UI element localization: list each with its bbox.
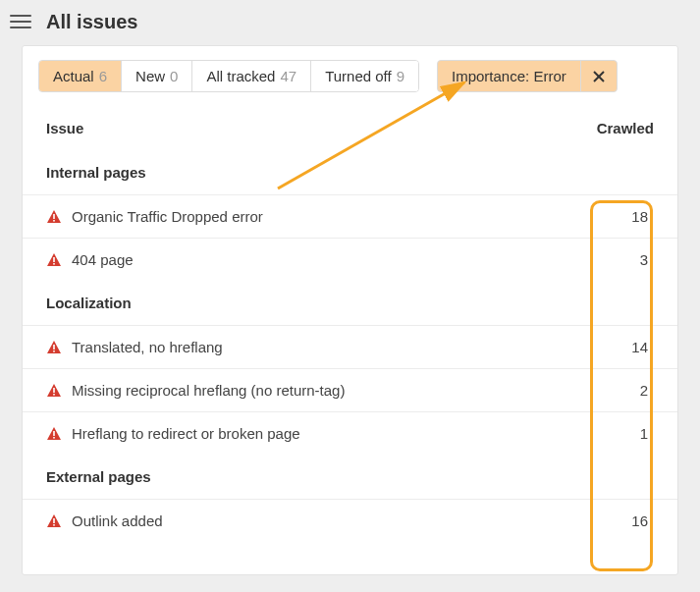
error-icon [46, 209, 62, 225]
col-crawled: Crawled [597, 120, 654, 136]
issue-row[interactable]: Outlink added 16 [23, 499, 677, 542]
issue-name: Translated, no hreflang [72, 339, 223, 355]
svg-rect-4 [53, 257, 55, 262]
tab-new[interactable]: New 0 [122, 61, 192, 91]
tab-label: New [135, 68, 165, 84]
tab-all-tracked[interactable]: All tracked 47 [192, 61, 311, 91]
error-icon [46, 383, 62, 399]
svg-rect-2 [53, 214, 55, 219]
svg-rect-7 [53, 350, 55, 352]
issue-count: 18 [619, 208, 648, 225]
page-title: All issues [46, 11, 137, 33]
group-title-external-pages: External pages [23, 455, 677, 499]
svg-rect-13 [53, 524, 55, 526]
tab-label: All tracked [206, 68, 275, 84]
tab-count: 9 [397, 68, 404, 84]
svg-rect-12 [53, 518, 55, 523]
error-icon [46, 426, 62, 442]
error-icon [46, 513, 62, 529]
filter-chip-label[interactable]: Importance: Error [438, 61, 581, 91]
tab-actual[interactable]: Actual 6 [39, 61, 122, 91]
tab-label: Actual [53, 68, 94, 84]
menu-icon[interactable] [10, 11, 31, 32]
issue-name: Outlink added [72, 512, 163, 529]
tab-count: 0 [170, 68, 178, 84]
svg-rect-8 [53, 388, 55, 393]
issue-count: 1 [619, 425, 648, 442]
column-headers: Issue Crawled [23, 106, 677, 150]
issue-name: Hreflang to redirect or broken page [72, 425, 300, 442]
filter-tabs: Actual 6 New 0 All tracked 47 Turned off… [38, 60, 419, 92]
issue-name: Organic Traffic Dropped error [72, 208, 263, 225]
error-icon [46, 252, 62, 268]
tab-label: Turned off [325, 68, 392, 84]
issue-count: 2 [619, 382, 648, 399]
issue-count: 3 [619, 251, 648, 268]
issues-panel: Actual 6 New 0 All tracked 47 Turned off… [22, 45, 678, 575]
issue-count: 14 [619, 339, 648, 355]
svg-rect-5 [53, 263, 55, 265]
issue-name: Missing reciprocal hreflang (no return-t… [72, 382, 345, 399]
tab-turned-off[interactable]: Turned off 9 [311, 61, 418, 91]
issue-row[interactable]: Missing reciprocal hreflang (no return-t… [23, 368, 677, 411]
filter-bar: Actual 6 New 0 All tracked 47 Turned off… [23, 46, 677, 106]
filter-chip-importance: Importance: Error [437, 60, 618, 92]
issue-count: 16 [619, 512, 648, 529]
issue-row[interactable]: 404 page 3 [23, 238, 677, 281]
close-icon[interactable] [581, 61, 617, 91]
svg-rect-6 [53, 345, 55, 350]
issue-row[interactable]: Organic Traffic Dropped error 18 [23, 194, 677, 238]
tab-count: 47 [280, 68, 296, 84]
group-title-localization: Localization [23, 281, 677, 325]
issue-row[interactable]: Translated, no hreflang 14 [23, 325, 677, 368]
error-icon [46, 340, 62, 355]
svg-rect-3 [53, 220, 55, 222]
tab-count: 6 [99, 68, 107, 84]
svg-rect-11 [53, 437, 55, 439]
col-issue: Issue [46, 120, 83, 136]
svg-rect-9 [53, 394, 55, 396]
issue-name: 404 page [72, 251, 134, 268]
svg-rect-10 [53, 431, 55, 436]
issue-row[interactable]: Hreflang to redirect or broken page 1 [23, 411, 677, 455]
group-title-internal-pages: Internal pages [23, 150, 677, 194]
